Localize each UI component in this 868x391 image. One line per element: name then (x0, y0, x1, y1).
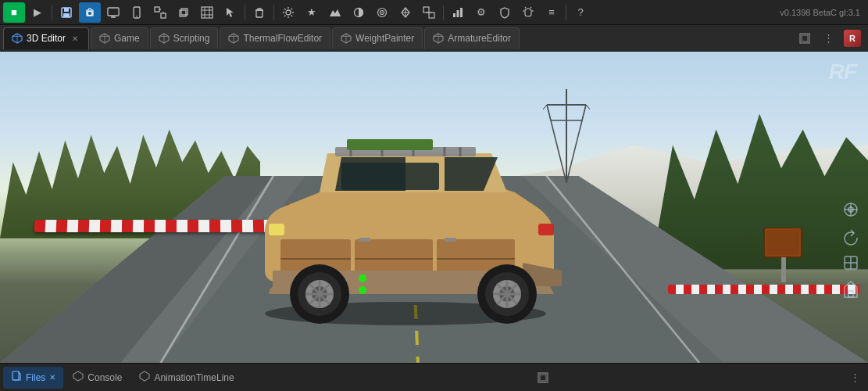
svg-rect-17 (202, 7, 213, 18)
tab-expand-button[interactable] (795, 28, 815, 48)
camera-button[interactable] (79, 2, 101, 23)
svg-rect-2 (63, 13, 70, 17)
monitor-button[interactable] (102, 2, 124, 23)
terrain-button[interactable] (324, 2, 346, 23)
nav-rotate-icon[interactable] (840, 225, 862, 247)
bottom-tab-files-close[interactable]: ✕ (49, 373, 55, 382)
svg-rect-119 (13, 371, 19, 380)
barrier-right (668, 285, 859, 294)
svg-point-109 (359, 274, 366, 282)
transform-button[interactable] (418, 2, 440, 23)
app-logo: R (840, 27, 865, 49)
bottom-tab-console-label: Console (88, 372, 122, 383)
svg-line-27 (284, 15, 286, 16)
svg-rect-18 (256, 10, 263, 17)
road-sign (760, 228, 807, 282)
svg-rect-1 (64, 8, 69, 12)
select-button[interactable] (220, 2, 241, 23)
tab-game[interactable]: Game (91, 27, 148, 49)
separator-5 (566, 5, 566, 20)
separator-2 (245, 5, 245, 20)
svg-line-42 (525, 7, 526, 8)
grid-button[interactable] (196, 2, 218, 23)
mobile-button[interactable] (126, 2, 148, 23)
svg-rect-7 (155, 7, 159, 12)
svg-point-31 (381, 12, 383, 13)
svg-point-19 (286, 10, 291, 15)
scale-button[interactable] (149, 2, 171, 23)
svg-rect-106 (538, 224, 554, 235)
tab-close-3d-editor[interactable]: ✕ (70, 33, 80, 44)
tab-thermal-flow-editor[interactable]: ThermalFlowEditor (220, 27, 330, 49)
tab-icon-3d-editor (12, 33, 23, 44)
svg-rect-12 (181, 9, 188, 15)
separator-1 (52, 5, 52, 20)
svg-line-25 (291, 15, 293, 16)
svg-line-70 (582, 105, 586, 120)
svg-rect-107 (359, 238, 370, 242)
svg-rect-34 (423, 7, 429, 13)
tab-3d-editor[interactable]: 3D Editor ✕ (3, 27, 89, 49)
svg-rect-118 (848, 291, 853, 297)
bottom-menu-button[interactable]: ⋮ (845, 368, 865, 388)
chart-button[interactable] (447, 2, 469, 23)
bottom-bar: Files ✕ Console AnimationTimeLine ⋮ (0, 363, 868, 391)
tab-label-3d-editor: 3D Editor (27, 33, 66, 44)
tab-scripting[interactable]: Scripting (150, 27, 219, 49)
tabs-end-buttons: ⋮ (795, 28, 838, 48)
shield-button[interactable] (494, 2, 516, 23)
animation-icon (139, 371, 150, 384)
svg-point-110 (359, 286, 366, 294)
svg-rect-8 (161, 13, 166, 18)
tab-label-armature: ArmatureEditor (448, 33, 511, 44)
duplicate-button[interactable] (173, 2, 195, 23)
settings-button[interactable]: ⚙ (470, 2, 492, 23)
network-button[interactable] (395, 2, 416, 23)
svg-point-6 (136, 16, 138, 17)
svg-rect-73 (781, 257, 786, 282)
save-button[interactable] (55, 2, 77, 23)
svg-line-24 (284, 9, 286, 10)
svg-point-3 (88, 11, 92, 16)
stop-button[interactable]: ■ (3, 2, 25, 23)
tab-label-scripting: Scripting (173, 33, 210, 44)
android-button[interactable] (517, 2, 539, 23)
help-button[interactable]: ? (570, 2, 591, 23)
files-icon (11, 371, 22, 384)
svg-rect-81 (341, 163, 439, 190)
svg-line-26 (291, 9, 293, 10)
nav-zoom-icon[interactable] (840, 199, 862, 221)
top-toolbar: ■ ▶ ★ (0, 0, 868, 25)
brightness-button[interactable] (348, 2, 370, 23)
svg-rect-108 (445, 238, 456, 242)
layers-button[interactable]: ≡ (541, 2, 563, 23)
svg-rect-88 (347, 139, 433, 150)
tab-label-thermal: ThermalFlowEditor (243, 33, 322, 44)
bottom-tab-files[interactable]: Files ✕ (3, 367, 63, 389)
delete-button[interactable] (248, 2, 270, 23)
tab-icon-armature (433, 33, 444, 44)
tab-armature-editor[interactable]: ArmatureEditor (424, 27, 520, 49)
play-button[interactable]: ▶ (27, 2, 48, 23)
svg-rect-105 (269, 224, 284, 235)
svg-line-43 (530, 7, 531, 8)
bottom-expand-button[interactable] (533, 368, 553, 388)
car (226, 106, 577, 325)
bottom-tab-console[interactable]: Console (65, 367, 130, 389)
svg-rect-35 (429, 13, 434, 18)
viewport[interactable]: RF (0, 52, 868, 363)
target-button[interactable] (371, 2, 393, 23)
svg-rect-38 (457, 10, 459, 17)
tab-menu-button[interactable]: ⋮ (818, 28, 838, 48)
viewport-watermark: RF (829, 59, 856, 84)
sun-button[interactable] (277, 2, 299, 23)
nav-frame-icon[interactable] (840, 252, 862, 274)
star-button[interactable]: ★ (301, 2, 323, 23)
tab-weight-painter[interactable]: WeightPainter (332, 27, 423, 49)
separator-4 (443, 5, 444, 20)
bottom-tab-animation[interactable]: AnimationTimeLine (131, 367, 241, 389)
svg-rect-4 (108, 8, 119, 16)
console-icon (73, 371, 84, 384)
tab-label-game: Game (114, 33, 140, 44)
nav-home-icon[interactable] (840, 278, 862, 300)
